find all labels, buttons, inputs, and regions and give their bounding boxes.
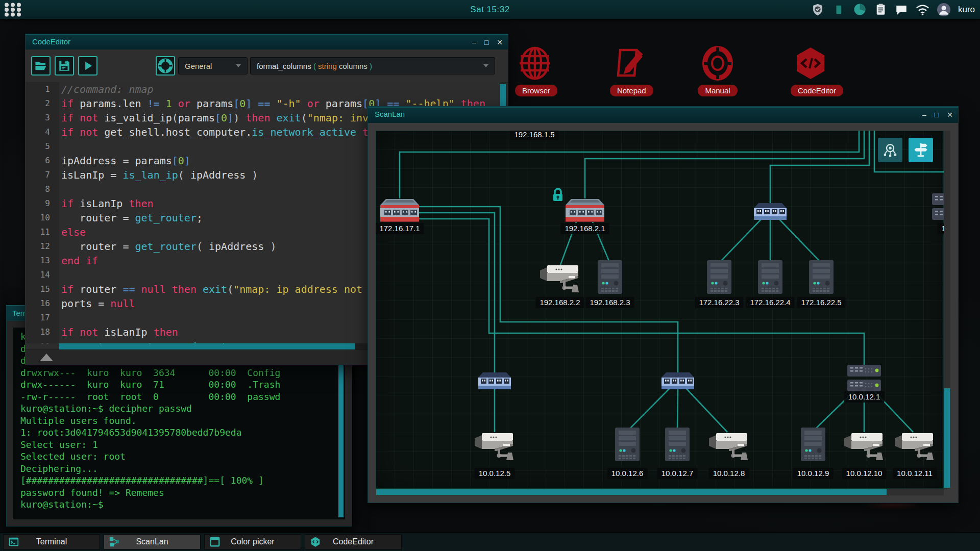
close-button[interactable]: ✕	[497, 35, 503, 49]
pc-node[interactable]	[707, 260, 731, 296]
minimize-button[interactable]: –	[922, 108, 926, 122]
camera-node[interactable]	[708, 432, 749, 463]
desktop-icon-label: CodeEditor	[791, 85, 843, 96]
desktop-icon-label: Browser	[515, 85, 557, 96]
scanlan-titlebar[interactable]: ScanLan – □ ✕	[368, 107, 958, 123]
node-ip-label: 172.16.22.4	[746, 297, 794, 308]
map-vertical-scrollbar[interactable]	[944, 131, 950, 489]
pc-node[interactable]	[665, 428, 690, 463]
camera-node[interactable]	[474, 432, 515, 463]
node-ip-label: 172.16.22.5	[797, 297, 845, 308]
save-button[interactable]	[55, 56, 74, 76]
line-number: 13	[26, 254, 50, 268]
desktop-icon-codeeditor[interactable]: CodeEditor	[791, 45, 830, 96]
scrollbar-thumb[interactable]	[59, 343, 355, 349]
line-number: 8	[26, 182, 50, 196]
node-ip-label: 192.168.2.2	[535, 297, 584, 308]
node-ip-label: 172.16.22.3	[695, 297, 743, 308]
code-line: //command: nmap	[61, 82, 499, 96]
hexagon-code-icon	[792, 45, 829, 82]
scanlan-window: ScanLan – □ ✕ 192.168.1.5172.16.17.1192.…	[368, 106, 959, 503]
line-number: 3	[26, 111, 50, 125]
bot-eye-button[interactable]	[878, 138, 902, 162]
router-node[interactable]	[566, 198, 604, 224]
username[interactable]: kuro	[958, 5, 975, 15]
clock[interactable]: Sat 15:32	[470, 0, 509, 19]
category-dropdown[interactable]: General	[178, 57, 248, 74]
line-number: 16	[26, 296, 50, 311]
switch-node[interactable]	[662, 372, 694, 391]
node-ip-label: 172.16.17.1	[376, 223, 424, 234]
expand-console-button[interactable]	[40, 354, 53, 361]
terminal-line: kuro@station:~$ decipher passwd	[13, 403, 345, 415]
desktop-icon-manual[interactable]: Manual	[698, 45, 738, 96]
terminal-line: Selected user: root	[13, 450, 345, 463]
pc-node[interactable]	[809, 260, 834, 296]
code-editor-titlebar[interactable]: CodeEditor – □ ✕	[26, 34, 508, 49]
taskbar: TerminalScanLanColor pickerCodeEditor	[0, 532, 980, 551]
desktop: BrowserNotepadManualCodeEditor Terminal …	[0, 0, 980, 551]
window-title: ScanLan	[375, 110, 405, 118]
pc-node[interactable]	[615, 428, 640, 463]
network-map[interactable]: 192.168.1.5172.16.17.1192.168.2.1172.192…	[376, 131, 944, 489]
avatar[interactable]	[937, 3, 950, 16]
desktop-icon-notepad[interactable]: Notepad	[610, 45, 650, 96]
taskbar-item-color-picker[interactable]: Color picker	[204, 534, 301, 549]
rack-node[interactable]	[847, 365, 881, 393]
scrollbar-thumb[interactable]	[944, 388, 950, 488]
chat-icon[interactable]	[895, 3, 909, 16]
camera-node[interactable]	[540, 264, 580, 295]
minimize-button[interactable]: –	[472, 35, 476, 49]
rack-node[interactable]	[932, 193, 944, 222]
scrollbar-thumb[interactable]	[376, 489, 887, 495]
scanlan-icon	[109, 536, 120, 547]
open-folder-button[interactable]	[31, 56, 51, 76]
node-ip-label: 10.0.12.5	[475, 468, 515, 479]
router-node[interactable]	[380, 198, 419, 224]
desktop-icon-label: Notepad	[610, 85, 653, 96]
line-number: 19	[26, 339, 50, 343]
function-signature-dropdown[interactable]: format_columns ( string columns )	[250, 57, 495, 74]
terminal-line: Multiple users found.	[13, 415, 345, 427]
map-horizontal-scrollbar[interactable]	[376, 489, 944, 495]
maximize-button[interactable]: □	[935, 108, 939, 122]
apps-grid-icon[interactable]	[4, 3, 22, 17]
pc-node[interactable]	[801, 428, 825, 463]
line-number: 6	[26, 154, 50, 168]
hexcode-icon	[310, 536, 321, 547]
pc-node[interactable]	[758, 260, 782, 296]
help-button[interactable]	[156, 56, 175, 76]
node-ip-label: 10.0.12.1	[844, 391, 885, 403]
line-number-gutter: 12345678910111213141516171819	[26, 82, 59, 343]
wifi-icon[interactable]	[916, 3, 929, 16]
node-ip-label: 10.0.12.9	[793, 468, 834, 479]
clipboard-icon[interactable]	[874, 3, 888, 16]
shield-icon[interactable]	[811, 3, 825, 16]
line-number: 2	[26, 96, 50, 111]
switch-node[interactable]	[478, 372, 511, 391]
signpost-button[interactable]	[909, 138, 933, 162]
desktop-icon-browser[interactable]: Browser	[515, 45, 555, 96]
maximize-button[interactable]: □	[484, 35, 488, 49]
window-title: CodeEditor	[32, 37, 70, 46]
line-number: 7	[26, 168, 50, 182]
disk-usage-icon[interactable]	[853, 3, 867, 16]
taskbar-item-codeeditor[interactable]: CodeEditor	[305, 534, 402, 549]
switch-node[interactable]	[754, 203, 787, 222]
camera-node[interactable]	[894, 432, 935, 463]
terminal-icon	[8, 536, 19, 547]
close-button[interactable]: ✕	[947, 108, 953, 122]
chevron-down-icon	[483, 64, 488, 67]
taskbar-item-terminal[interactable]: Terminal	[3, 534, 100, 549]
taskbar-item-scanlan[interactable]: ScanLan	[104, 534, 201, 549]
globe-icon	[517, 45, 553, 82]
line-number: 15	[26, 282, 50, 296]
scanlan-frame: 192.168.1.5172.16.17.1192.168.2.1172.192…	[368, 123, 958, 503]
camera-node[interactable]	[844, 432, 885, 463]
line-number: 4	[26, 125, 50, 139]
pc-node[interactable]	[598, 260, 622, 296]
battery-icon[interactable]	[832, 3, 846, 16]
node-ip-label: 192.168.1.5	[510, 131, 558, 140]
line-number: 5	[26, 139, 50, 154]
run-button[interactable]	[78, 56, 97, 76]
